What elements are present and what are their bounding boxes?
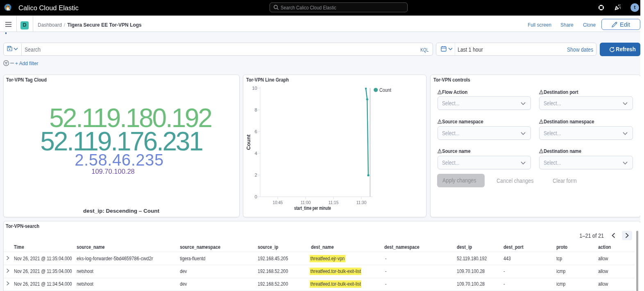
svg-text:6: 6	[255, 129, 257, 134]
svg-text:11:30: 11:30	[356, 200, 367, 205]
svg-text:10: 10	[252, 86, 257, 91]
svg-text:11:00: 11:00	[301, 200, 311, 205]
svg-text:Count: Count	[379, 87, 391, 93]
svg-text:10:45: 10:45	[273, 200, 283, 205]
svg-text:start_time per minute: start_time per minute	[294, 205, 331, 211]
svg-text:4: 4	[255, 151, 258, 156]
svg-text:11:15: 11:15	[329, 200, 339, 205]
svg-text:2: 2	[255, 173, 257, 177]
svg-text:Count: Count	[246, 134, 252, 150]
svg-text:0: 0	[255, 194, 257, 199]
svg-text:8: 8	[255, 107, 257, 112]
